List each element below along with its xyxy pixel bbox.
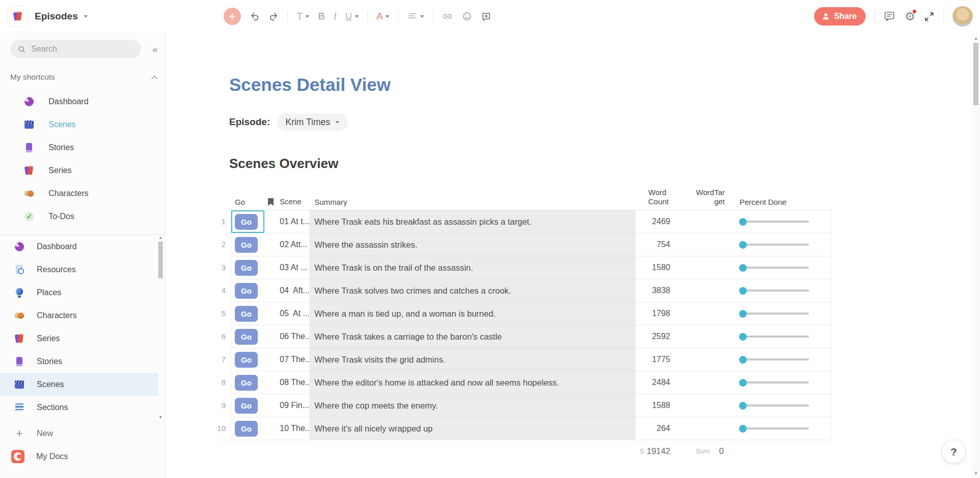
go-button[interactable]: Go	[235, 260, 258, 276]
column-header-percent-done[interactable]: Percent Done	[731, 188, 832, 210]
row-number[interactable]: 7	[219, 348, 231, 371]
percent-done-cell[interactable]	[731, 302, 832, 325]
underline-button[interactable]: U	[346, 11, 359, 22]
main-scrollbar[interactable]: ▲ ▼	[972, 33, 980, 478]
sidebar-item-sections[interactable]: Sections	[0, 396, 158, 419]
go-cell[interactable]: Go	[231, 279, 264, 302]
go-button[interactable]: Go	[235, 375, 258, 391]
percent-done-cell[interactable]	[731, 279, 832, 302]
expand-button[interactable]	[924, 11, 935, 22]
italic-button[interactable]: I	[333, 11, 336, 22]
word-target-cell[interactable]	[674, 302, 731, 325]
add-comment-button[interactable]	[481, 11, 492, 21]
sidebar-item-dashboard[interactable]: Dashboard	[0, 235, 158, 258]
percent-done-slider-knob[interactable]	[739, 218, 747, 226]
summary-cell[interactable]: Where Trask solves two crimes and catche…	[309, 279, 635, 302]
row-number[interactable]: 3	[219, 256, 231, 279]
sidebar-scrollbar[interactable]: ▲ ▼	[157, 235, 164, 420]
sidebar-item-resources[interactable]: Resources	[0, 258, 158, 281]
word-target-cell[interactable]	[674, 394, 731, 417]
percent-done-slider-track[interactable]	[743, 336, 809, 338]
go-cell[interactable]: Go	[231, 325, 264, 348]
percent-done-slider-knob[interactable]	[739, 241, 747, 249]
column-header-scene[interactable]: Scene	[277, 188, 309, 210]
episode-select[interactable]: Krim Times	[277, 113, 348, 131]
percent-done-cell[interactable]	[731, 210, 832, 233]
doc-logo-button[interactable]	[7, 6, 29, 27]
word-count-cell[interactable]: 264	[635, 417, 674, 440]
bookmark-cell[interactable]	[264, 233, 277, 256]
go-button[interactable]: Go	[235, 329, 258, 345]
percent-done-slider-track[interactable]	[743, 267, 809, 269]
go-cell[interactable]: Go	[231, 348, 264, 371]
sidebar-item-characters[interactable]: Characters	[0, 182, 165, 205]
go-button[interactable]: Go	[235, 421, 258, 437]
word-target-cell[interactable]	[674, 210, 731, 233]
word-count-cell[interactable]: 1798	[635, 302, 674, 325]
bold-button[interactable]: B	[318, 11, 325, 22]
word-target-cell[interactable]	[674, 256, 731, 279]
bookmark-cell[interactable]	[264, 394, 277, 417]
word-target-cell[interactable]	[674, 233, 731, 256]
scene-cell[interactable]: 02 Att...	[277, 233, 309, 256]
insert-button[interactable]: +	[224, 8, 241, 25]
percent-done-slider-track[interactable]	[743, 221, 809, 223]
column-header-go[interactable]: Go	[231, 188, 264, 210]
scene-cell[interactable]: 06 The...	[277, 325, 309, 348]
align-button[interactable]	[407, 11, 424, 21]
row-number[interactable]: 10	[219, 417, 231, 440]
go-cell[interactable]: Go	[231, 371, 264, 394]
percent-done-cell[interactable]	[731, 256, 832, 279]
percent-done-slider-track[interactable]	[743, 358, 809, 361]
doc-title[interactable]: Episodes	[35, 11, 78, 22]
bookmark-cell[interactable]	[264, 325, 277, 348]
bookmark-cell[interactable]	[264, 210, 277, 233]
scene-cell[interactable]: 08 The...	[277, 371, 309, 394]
percent-done-cell[interactable]	[731, 371, 832, 394]
word-count-sum[interactable]: S 19142	[635, 440, 674, 462]
column-header-summary[interactable]: Summary	[309, 188, 635, 210]
summary-cell[interactable]: Where the assassin strikes.	[309, 233, 635, 256]
go-button[interactable]: Go	[235, 283, 258, 299]
percent-done-cell[interactable]	[731, 348, 832, 371]
row-number[interactable]: 1	[219, 210, 231, 233]
settings-button[interactable]: ⚙	[904, 11, 915, 22]
percent-done-cell[interactable]	[731, 325, 832, 348]
summary-cell[interactable]: Where Trask eats his breakfast as assass…	[309, 210, 635, 233]
word-count-cell[interactable]: 2469	[635, 210, 674, 233]
percent-done-slider-knob[interactable]	[739, 333, 747, 341]
sidebar-item-to-dos[interactable]: To-Dos	[0, 205, 165, 228]
percent-done-slider-knob[interactable]	[739, 402, 747, 410]
scene-cell[interactable]: 10 The...	[277, 417, 309, 440]
sidebar-item-scenes[interactable]: Scenes	[0, 373, 158, 396]
row-number[interactable]: 2	[219, 233, 231, 256]
row-number[interactable]: 4	[219, 279, 231, 302]
sidebar-item-series[interactable]: Series	[0, 327, 158, 350]
summary-cell[interactable]: Where a man is tied up, and a woman is b…	[309, 302, 635, 325]
row-number[interactable]: 9	[219, 394, 231, 417]
my-docs-button[interactable]: My Docs	[0, 445, 165, 468]
bookmark-cell[interactable]	[264, 279, 277, 302]
doc-title-chevron-down-icon[interactable]	[84, 15, 88, 18]
sidebar-item-places[interactable]: Places	[0, 281, 158, 304]
go-cell[interactable]: Go	[231, 417, 264, 440]
sidebar-item-stories[interactable]: Stories	[0, 350, 158, 373]
word-target-cell[interactable]	[674, 279, 731, 302]
bookmark-cell[interactable]	[264, 417, 277, 440]
link-button[interactable]	[442, 11, 453, 21]
word-count-cell[interactable]: 754	[635, 233, 674, 256]
sidebar-item-series[interactable]: Series	[0, 159, 165, 182]
percent-done-slider-knob[interactable]	[739, 379, 747, 387]
share-button[interactable]: Share	[814, 7, 866, 26]
word-target-sum[interactable]: Sum 0	[674, 440, 731, 462]
emoji-button[interactable]	[462, 11, 472, 21]
column-header-bookmark[interactable]	[264, 188, 277, 210]
go-cell[interactable]: Go	[231, 210, 264, 233]
sidebar-item-characters[interactable]: Characters	[0, 304, 158, 327]
sidebar-item-scenes[interactable]: Scenes	[0, 113, 165, 136]
go-button[interactable]: Go	[235, 237, 258, 253]
bookmark-cell[interactable]	[264, 256, 277, 279]
sidebar-item-dashboard[interactable]: Dashboard	[0, 90, 165, 113]
percent-done-cell[interactable]	[731, 233, 832, 256]
go-cell[interactable]: Go	[231, 256, 264, 279]
